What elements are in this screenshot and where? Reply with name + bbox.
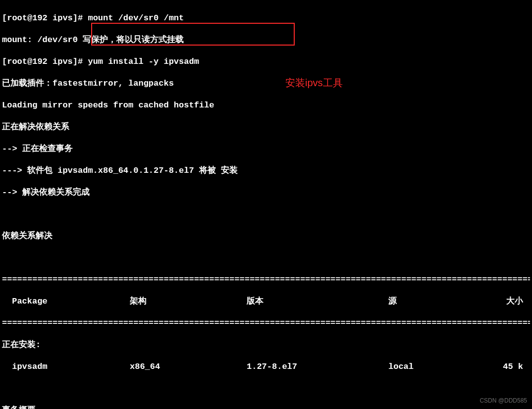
cell-version: 1.27-8.el7: [247, 361, 388, 372]
prompt-line: [root@192 ipvs]# mount /dev/sr0 /mnt: [2, 13, 530, 24]
blank-line: [2, 209, 530, 220]
command: yum install -y ipvsadm: [88, 57, 199, 66]
col-arch: 架构: [130, 296, 247, 307]
prompt: [root@192 ipvs]#: [2, 57, 88, 66]
cell-package: ipvsadm: [2, 361, 130, 372]
section-label: 事务概要: [2, 405, 530, 409]
blank-line: [2, 253, 530, 263]
prompt: [root@192 ipvs]#: [2, 13, 88, 23]
command: mount /dev/sr0 /mnt: [88, 13, 184, 23]
output-line: 正在解决依赖关系: [2, 122, 530, 133]
output-line: mount: /dev/sr0 写保护，将以只读方式挂载: [2, 35, 530, 46]
output-line: --> 正在检查事务: [2, 144, 530, 154]
prompt-line: [root@192 ipvs]# yum install -y ipvsadm: [2, 56, 530, 67]
col-package: Package: [2, 296, 130, 307]
output-line: 已加载插件：fastestmirror, langpacks: [2, 78, 530, 89]
col-size: 大小: [497, 296, 530, 307]
col-version: 版本: [247, 296, 388, 307]
output-line: ---> 软件包 ipvsadm.x86_64.0.1.27-8.el7 将被 …: [2, 165, 530, 176]
table-header: Package 架构 版本 源 大小: [2, 296, 530, 307]
blank-line: [2, 383, 530, 394]
annotation-label: 安装ipvs工具: [285, 77, 343, 88]
output-line: --> 解决依赖关系完成: [2, 187, 530, 198]
cell-size: 45 k: [497, 361, 530, 372]
cell-arch: x86_64: [130, 361, 247, 372]
cell-repo: local: [388, 361, 497, 372]
watermark: CSDN @DDD585: [479, 395, 527, 406]
separator: ========================================…: [2, 274, 530, 285]
section-label: 正在安装:: [2, 340, 530, 351]
separator: ========================================…: [2, 318, 530, 329]
output-line: Loading mirror speeds from cached hostfi…: [2, 100, 530, 111]
col-repo: 源: [388, 296, 497, 307]
table-row: ipvsadm x86_64 1.27-8.el7 local 45 k: [2, 361, 530, 372]
terminal[interactable]: [root@192 ipvs]# mount /dev/sr0 /mnt mou…: [0, 0, 532, 409]
output-line: 依赖关系解决: [2, 231, 530, 242]
